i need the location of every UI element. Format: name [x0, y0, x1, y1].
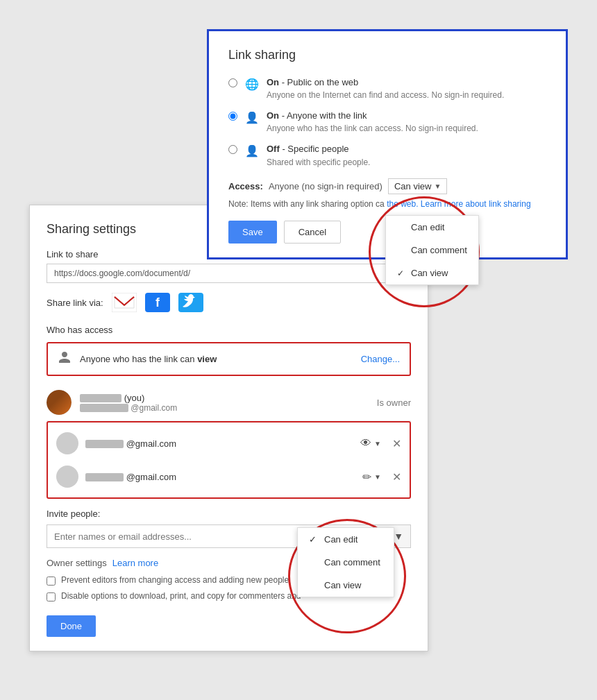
dialog-dropdown-popup: Can edit Can comment ✓ Can view	[385, 215, 479, 285]
link-input[interactable]	[47, 264, 411, 283]
twitter-icon[interactable]	[178, 293, 203, 312]
radio-option-specific: 👤 Off - Specific people Shared with spec…	[228, 143, 546, 167]
permission-icon-1[interactable]: 👁 ▼	[360, 437, 381, 450]
invite-label: Invite people:	[47, 509, 411, 519]
radio-specific-label: Off	[267, 144, 280, 154]
link-person-icon	[58, 350, 72, 368]
radio-specific[interactable]	[228, 145, 237, 154]
change-link[interactable]: Change...	[361, 354, 400, 364]
radio-public[interactable]	[228, 78, 237, 87]
bottom-checkmark-edit: ✓	[309, 534, 319, 545]
note-row: Note: Items with any link sharing option…	[228, 198, 546, 210]
shared-user-avatar-1	[56, 432, 78, 454]
dropdown-arrow-icon: ▼	[434, 182, 441, 190]
dropdown-can-edit[interactable]: Can edit	[386, 216, 478, 239]
shared-user-row-1: @gmail.com 👁 ▼ ✕	[48, 427, 410, 460]
dropdown-comment-label: Can comment	[411, 245, 467, 255]
checkmark-view: ✓	[397, 268, 407, 278]
shared-user-name-redacted-1	[85, 440, 124, 448]
owner-role: Is owner	[377, 398, 411, 408]
permission-icon-2[interactable]: ✏ ▼	[362, 470, 381, 484]
radio-anyone-suffix: - Anyone with the link	[279, 110, 367, 121]
radio-anyone-label: On	[267, 110, 279, 121]
bottom-dropdown-popup: ✓ Can edit Can comment Can view	[297, 527, 394, 597]
radio-option-anyone: 👤 On - Anyone with the link Anyone who h…	[228, 110, 546, 133]
owner-you: (you)	[124, 393, 145, 403]
radio-specific-sub: Shared with specific people.	[267, 157, 546, 167]
gmail-icon[interactable]	[112, 293, 137, 312]
shared-user-email-2: @gmail.com	[126, 472, 176, 482]
save-button[interactable]: Save	[228, 221, 277, 244]
radio-public-sub: Anyone on the Internet can find and acce…	[267, 90, 546, 100]
bottom-view-label: Can view	[324, 580, 361, 590]
checkbox-disable-download-label: Disable options to download, print, and …	[61, 591, 301, 601]
owner-info: (you) @gmail.com	[80, 393, 369, 413]
radio-public-suffix: - Public on the web	[279, 77, 358, 87]
eye-icon: 👁	[360, 437, 371, 450]
bottom-comment-label: Can comment	[324, 557, 380, 567]
permission-dropdown-arrow-1: ▼	[374, 440, 381, 447]
dropdown-can-view[interactable]: ✓ Can view	[386, 262, 478, 284]
link-access-bold: view	[197, 354, 217, 364]
dropdown-view-label: Can view	[411, 268, 448, 278]
link-access-text: Anyone who has the link can view	[80, 354, 353, 364]
owner-row: (you) @gmail.com Is owner	[47, 384, 411, 421]
shared-user-row-2: @gmail.com ✏ ▼ ✕	[48, 460, 410, 493]
checkbox-disable-download-input[interactable]	[47, 592, 56, 601]
owner-settings-label: Owner settings	[47, 558, 107, 568]
person-icon: 👤	[244, 110, 260, 125]
bottom-can-comment[interactable]: Can comment	[298, 551, 394, 574]
radio-option-public: 🌐 On - Public on the web Anyone on the I…	[228, 76, 546, 100]
checkbox-prevent-editors-input[interactable]	[47, 577, 56, 586]
remove-user-2-button[interactable]: ✕	[392, 470, 401, 484]
about-link-sharing[interactable]: about link sharing	[466, 199, 531, 209]
globe-icon: 🌐	[244, 76, 260, 92]
note-text: Note: Items with any link sharing option…	[228, 199, 385, 209]
permission-dropdown-arrow-2: ▼	[374, 473, 381, 481]
radio-anyone-sub: Anyone who has the link can access. No s…	[267, 123, 546, 133]
share-via-row: Share link via: f	[47, 293, 411, 312]
access-label: Access:	[228, 181, 263, 191]
access-row: Access: Anyone (no sign-in required) Can…	[228, 178, 546, 194]
owner-name-redacted	[80, 394, 121, 402]
link-access-row: Anyone who has the link can view Change.…	[47, 342, 411, 376]
shared-user-avatar-2	[56, 466, 78, 488]
remove-user-1-button[interactable]: ✕	[392, 437, 401, 450]
dialog-title: Link sharing	[228, 48, 546, 62]
shared-user-name-redacted-2	[85, 473, 124, 481]
facebook-icon[interactable]: f	[145, 293, 170, 312]
bottom-edit-label: Can edit	[324, 534, 358, 545]
svg-text:f: f	[155, 296, 160, 309]
radio-anyone[interactable]	[228, 112, 237, 121]
bottom-can-view[interactable]: Can view	[298, 574, 394, 597]
shared-users-section: @gmail.com 👁 ▼ ✕ @gmail.com ✏ ▼ ✕	[47, 421, 411, 499]
access-value: Anyone (no sign-in required)	[269, 181, 382, 191]
person2-icon: 👤	[244, 143, 260, 158]
pencil-icon: ✏	[362, 470, 371, 484]
owner-email: @gmail.com	[131, 403, 177, 413]
done-button[interactable]: Done	[47, 615, 96, 637]
checkbox-prevent-editors-label: Prevent editors from changing access and…	[61, 575, 289, 585]
dropdown-edit-label: Can edit	[411, 222, 444, 232]
invite-dropdown-arrow: ▼	[394, 531, 403, 542]
learn-more-link-dialog[interactable]: the web. Learn more	[387, 199, 463, 209]
share-via-label: Share link via:	[47, 298, 103, 308]
radio-public-label: On	[267, 77, 279, 87]
shared-user-email-1: @gmail.com	[126, 438, 176, 449]
learn-more-link[interactable]: Learn more	[112, 558, 158, 568]
owner-email-redacted	[80, 404, 128, 412]
can-view-dropdown[interactable]: Can view ▼	[388, 178, 447, 194]
bottom-can-edit[interactable]: ✓ Can edit	[298, 528, 394, 551]
owner-avatar	[47, 390, 72, 415]
cancel-button[interactable]: Cancel	[284, 221, 341, 244]
who-has-access-label: Who has access	[47, 325, 411, 335]
radio-specific-suffix: - Specific people	[280, 144, 349, 154]
dropdown-label: Can view	[394, 181, 431, 191]
dropdown-can-comment[interactable]: Can comment	[386, 239, 478, 262]
